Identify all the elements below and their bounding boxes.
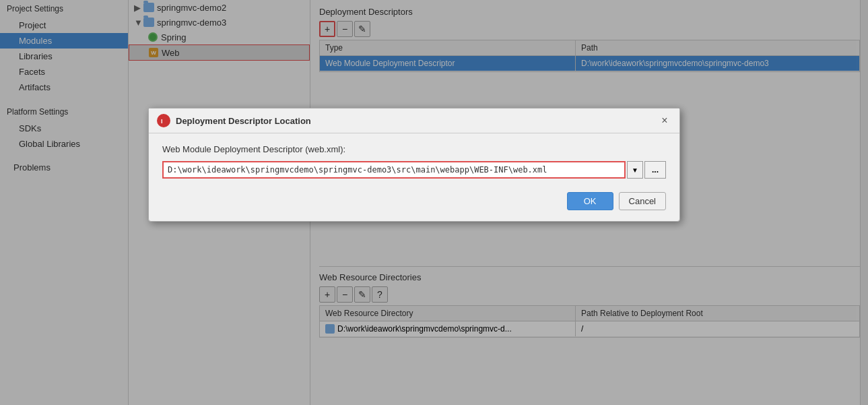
path-input-row: ▼ ... (162, 161, 666, 179)
ok-button[interactable]: OK (567, 192, 613, 210)
path-browse-button[interactable]: ... (644, 161, 666, 179)
modal-field-label: Web Module Deployment Descriptor (web.xm… (162, 144, 666, 154)
modal-title-text: Deployment Descriptor Location (176, 116, 311, 126)
path-dropdown-button[interactable]: ▼ (627, 161, 643, 179)
svg-text:I: I (161, 118, 163, 125)
modal-title-left: I Deployment Descriptor Location (157, 114, 311, 127)
path-input[interactable] (162, 161, 626, 179)
modal-overlay: I Deployment Descriptor Location × Web M… (129, 0, 868, 405)
modal-body: Web Module Deployment Descriptor (web.xm… (149, 133, 679, 221)
main-content: ▶ springmvc-demo2 ▼ springmvc-demo3 Spri… (129, 0, 868, 405)
modal-buttons: OK Cancel (162, 192, 666, 210)
modal-close-button[interactable]: × (658, 114, 671, 127)
modal-titlebar: I Deployment Descriptor Location × (149, 108, 679, 133)
modal-app-icon: I (157, 114, 170, 127)
cancel-button[interactable]: Cancel (619, 192, 666, 210)
deployment-descriptor-dialog: I Deployment Descriptor Location × Web M… (148, 108, 680, 222)
